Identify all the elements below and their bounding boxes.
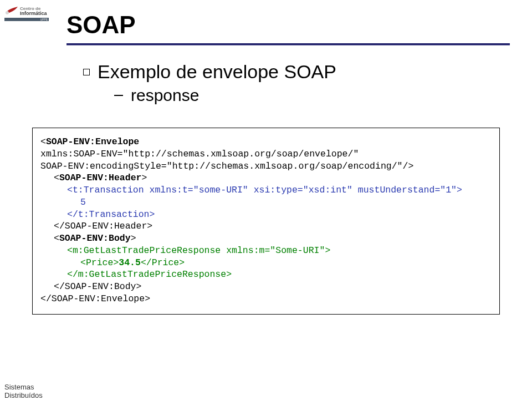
bullet-level2: response [114,86,336,105]
code-text: < [54,233,59,244]
code-line: <SOAP-ENV:Envelope [40,136,493,148]
code-box: <SOAP-ENV:Envelope xmlns:SOAP-ENV="http:… [32,128,500,315]
code-line: </SOAP-ENV:Body> [54,281,493,293]
bullet-block: Exemplo de envelope SOAP response [83,61,336,105]
bullet-level1: Exemplo de envelope SOAP [83,61,336,83]
title-rule [66,43,510,45]
code-line: </t:Transaction> [67,209,493,221]
code-line: SOAP-ENV:encodingStyle="http://schemas.x… [40,160,493,173]
logo-text: Centro de Informática [20,7,47,16]
svg-point-0 [6,11,9,14]
code-text: <Price> [80,257,119,268]
code-text: < [40,136,46,147]
code-line: <m:GetLastTradePriceResponse xmlns:m="So… [67,245,493,257]
logo-top: Centro de Informática [4,6,48,17]
code-line: 5 [80,196,493,209]
bullet1-text: Exemplo de envelope SOAP [98,61,336,83]
footer-line2: Distribuídos [4,391,43,399]
bullet2-text: response [131,86,199,105]
code-line: </m:GetLastTradePriceResponse> [67,269,493,281]
code-text: </Price> [141,257,185,268]
code-strong: SOAP-ENV:Body [59,233,131,244]
dash-bullet-icon [114,95,123,96]
logo-swoosh-icon [4,6,19,17]
code-text: > [141,173,147,183]
code-line: </SOAP-ENV:Header> [54,220,493,232]
code-text: < [54,173,59,183]
logo-bar: UFPE [4,18,49,21]
footer-line1: Sistemas [4,383,34,391]
code-line: xmlns:SOAP-ENV="http://schemas.xmlsoap.o… [40,148,493,160]
code-line: <SOAP-ENV:Body> [54,232,493,245]
page-title: SOAP [66,11,136,39]
code-strong: SOAP-ENV:Envelope [46,136,139,147]
logo-inform: Informática [20,11,47,16]
code-strong: 34.5 [119,257,141,268]
code-text: > [131,233,136,244]
code-line: <t:Transaction xmlns:t="some-URI" xsi:ty… [67,184,493,196]
code-line: <SOAP-ENV:Header> [54,172,493,184]
logo: Centro de Informática UFPE [4,6,48,28]
square-bullet-icon [83,69,90,75]
footer-label: Sistemas Distribuídos [4,383,43,399]
code-line: </SOAP-ENV:Envelope> [40,293,493,305]
code-line: <Price>34.5</Price> [80,257,493,269]
code-strong: SOAP-ENV:Header [59,173,142,183]
